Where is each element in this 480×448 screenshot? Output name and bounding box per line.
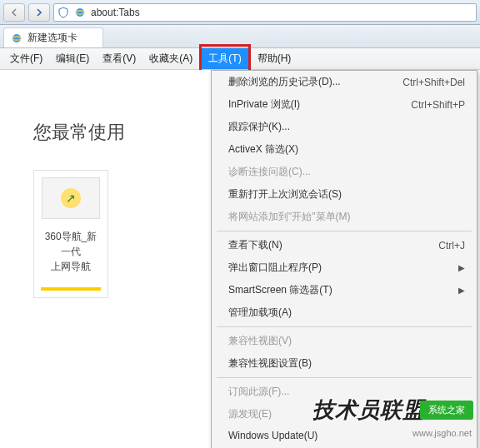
tile-thumbnail: ↗	[42, 177, 100, 219]
address-bar[interactable]: about:Tabs	[53, 3, 477, 22]
browser-tab[interactable]: 新建选项卡	[3, 27, 103, 47]
menu-tools[interactable]: 工具(T)	[202, 48, 248, 69]
address-url[interactable]: about:Tabs	[91, 7, 472, 18]
ie-favicon-icon	[11, 32, 22, 44]
menu-item-label: 重新打开上次浏览会话(S)	[228, 187, 342, 202]
menu-smartscreen[interactable]: SmartScreen 筛选器(T) ▶	[212, 279, 477, 301]
menu-compat-view-settings[interactable]: 兼容性视图设置(B)	[212, 352, 477, 375]
tab-title: 新建选项卡	[28, 31, 78, 45]
menu-separator	[217, 377, 472, 378]
menu-help[interactable]: 帮助(H)	[251, 48, 298, 69]
menu-item-label: 管理加载项(A)	[228, 306, 292, 320]
menu-item-label: 弹出窗口阻止程序(P)	[228, 261, 322, 275]
menu-separator	[217, 231, 472, 231]
menu-file[interactable]: 文件(F)	[3, 48, 49, 69]
menu-inprivate[interactable]: InPrivate 浏览(I) Ctrl+Shift+P	[212, 93, 477, 116]
ie-favicon-icon	[74, 7, 86, 18]
security-shield-icon	[58, 7, 69, 18]
menu-delete-history[interactable]: 删除浏览的历史记录(D)... Ctrl+Shift+Del	[212, 71, 477, 93]
tile-label: 360导航_新一代 上网导航	[41, 229, 101, 274]
menu-tracking-protection[interactable]: 跟踪保护(K)...	[212, 116, 477, 138]
frequent-tile[interactable]: ↗ 360导航_新一代 上网导航	[33, 170, 108, 298]
back-button[interactable]	[3, 3, 25, 22]
browser-titlebar: about:Tabs	[0, 0, 480, 25]
site-360-icon: ↗	[61, 188, 81, 208]
menu-reopen-session[interactable]: 重新打开上次浏览会话(S)	[212, 183, 477, 206]
menu-item-label: 将网站添加到"开始"菜单(M)	[228, 210, 351, 224]
menu-shortcut: Ctrl+Shift+P	[411, 99, 465, 111]
menu-item-label: 兼容性视图设置(B)	[228, 356, 312, 371]
menu-separator	[217, 326, 472, 327]
menu-item-label: 兼容性视图(V)	[228, 334, 292, 348]
tile-accent-bar	[41, 287, 101, 291]
menu-shortcut: Ctrl+J	[438, 240, 465, 251]
menu-diagnose-connection[interactable]: 诊断连接问题(C)...	[212, 161, 477, 183]
menu-item-label: 源发现(E)	[228, 407, 272, 421]
highlight-box-tools: 工具(T)	[199, 44, 250, 73]
menu-item-label: InPrivate 浏览(I)	[228, 97, 300, 112]
watermark-badge: 系统之家	[420, 401, 473, 420]
watermark-url: www.jsgho.net	[412, 428, 472, 438]
menu-popup-blocker[interactable]: 弹出窗口阻止程序(P) ▶	[212, 256, 477, 279]
menu-edit[interactable]: 编辑(E)	[49, 48, 96, 69]
menu-item-label: 诊断连接问题(C)...	[228, 165, 311, 179]
menu-activex-filter[interactable]: ActiveX 筛选(X)	[212, 138, 477, 161]
menu-view[interactable]: 查看(V)	[96, 48, 142, 69]
menu-compat-view[interactable]: 兼容性视图(V)	[212, 330, 477, 352]
tools-dropdown-menu: 删除浏览的历史记录(D)... Ctrl+Shift+Del InPrivate…	[211, 70, 478, 448]
menu-favorites[interactable]: 收藏夹(A)	[142, 48, 199, 69]
menu-item-label: Windows Update(U)	[228, 430, 318, 441]
menu-item-label: ActiveX 筛选(X)	[228, 142, 298, 157]
menu-item-label: 订阅此源(F)...	[228, 385, 289, 399]
menu-item-label: 跟踪保护(K)...	[228, 120, 290, 134]
forward-arrow-icon	[35, 8, 43, 17]
menu-bar: 文件(F) 编辑(E) 查看(V) 收藏夹(A) 工具(T) 帮助(H)	[0, 48, 480, 70]
menu-manage-addons[interactable]: 管理加载项(A)	[212, 301, 477, 324]
back-arrow-icon	[10, 8, 18, 17]
menu-view-downloads[interactable]: 查看下载(N) Ctrl+J	[212, 234, 477, 256]
menu-shortcut: Ctrl+Shift+Del	[402, 77, 465, 88]
menu-item-label: SmartScreen 筛选器(T)	[228, 283, 332, 297]
svg-point-2	[12, 34, 21, 42]
submenu-arrow-icon: ▶	[458, 286, 465, 295]
menu-item-label: 删除浏览的历史记录(D)...	[228, 75, 341, 89]
forward-button[interactable]	[28, 3, 50, 22]
submenu-arrow-icon: ▶	[458, 263, 465, 272]
watermark-text: 技术员联盟	[312, 396, 425, 425]
svg-point-0	[76, 8, 84, 17]
menu-item-label: 查看下载(N)	[228, 238, 282, 252]
watermark-overlay: 技术员联盟 系统之家	[312, 396, 473, 425]
menu-add-to-start[interactable]: 将网站添加到"开始"菜单(M)	[212, 206, 477, 228]
